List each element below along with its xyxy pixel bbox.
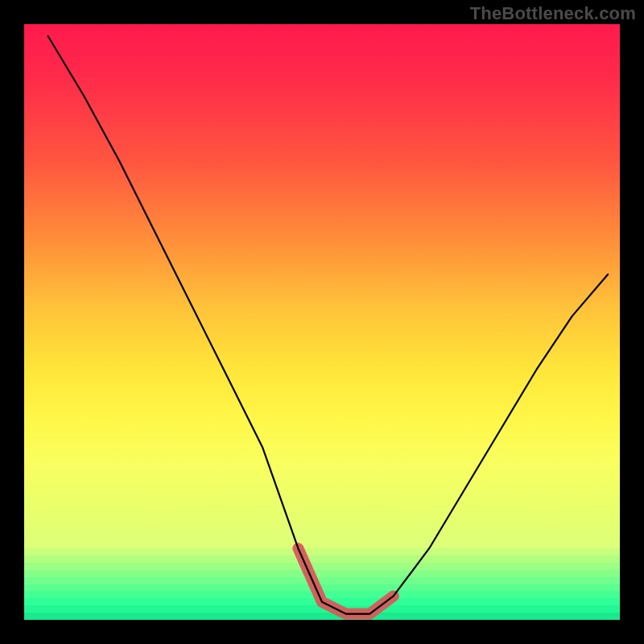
chart-frame: TheBottleneck.com	[0, 0, 644, 644]
plot-area	[24, 24, 620, 620]
curve-svg	[24, 24, 620, 620]
watermark-text: TheBottleneck.com	[470, 3, 636, 24]
bottleneck-curve-line	[48, 36, 609, 614]
